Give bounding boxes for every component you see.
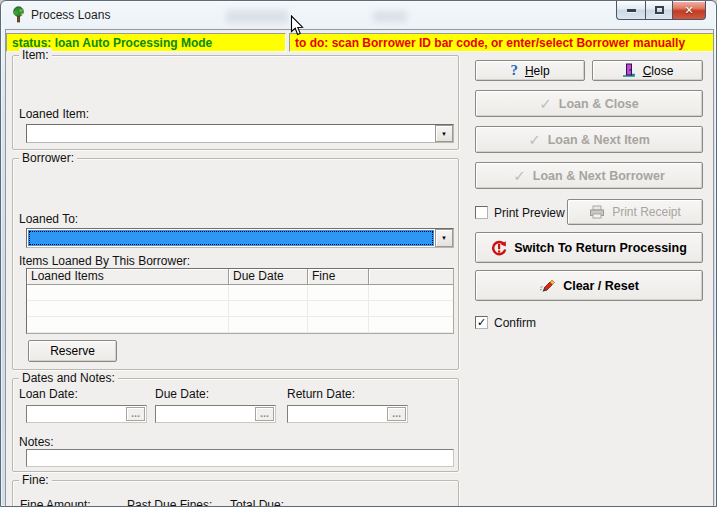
confirm-checkbox[interactable]: ✓ [475,316,488,329]
print-preview-label: Print Preview [494,206,565,220]
loaned-to-dropdown-button[interactable]: ▼ [435,229,453,247]
process-loans-window: Process Loans ✕ status: loan Auto Proces… [0,0,717,507]
chevron-down-icon: ▼ [441,235,447,241]
return-date-field[interactable]: ... [287,405,408,423]
client-area: status: loan Auto Processing Mode to do:… [5,29,714,507]
close-icon: ✕ [684,5,693,16]
loaned-item-value[interactable] [28,126,434,141]
loan-date-picker-button[interactable]: ... [126,407,145,421]
reserve-button[interactable]: Reserve [28,340,117,362]
help-button[interactable]: ? Help [475,60,585,81]
close-button[interactable]: Close [592,60,703,81]
loaned-item-dropdown-button[interactable]: ▼ [435,125,453,142]
column-header-fine[interactable]: Fine [308,269,369,285]
switch-refresh-icon [491,240,507,256]
todo-panel: to do: scan Borrower ID bar code, or ent… [289,33,714,52]
column-header-loaned-items[interactable]: Loaned Items [27,269,229,285]
caption-buttons: ✕ [616,1,706,20]
fine-amount-label: Fine Amount: [20,498,91,507]
minimize-icon [627,9,636,12]
maximize-icon [655,6,664,14]
loan-date-label: Loan Date: [19,387,78,401]
window-title: Process Loans [31,8,110,22]
close-window-button[interactable]: ✕ [673,1,706,20]
due-date-picker-button[interactable]: ... [255,407,274,421]
checkmark-icon: ✓ [477,317,486,328]
column-header-due-date[interactable]: Due Date [229,269,308,285]
loaned-to-value[interactable] [28,230,434,246]
glass-smudge [373,11,407,22]
fine-group-title: Fine: [19,473,52,487]
help-icon: ? [510,63,518,78]
minimize-button[interactable] [616,1,645,20]
item-group-title: Item: [19,48,52,62]
past-due-fines-label: Past Due Fines: [127,498,212,507]
notes-label: Notes: [19,435,54,449]
loan-and-next-borrower-button[interactable]: ✓ Loan & Next Borrower [475,162,703,189]
title-bar[interactable]: Process Loans ✕ [1,1,716,29]
loaned-to-combobox[interactable]: ▼ [26,228,454,248]
check-icon: ✓ [528,132,541,147]
printer-icon [589,205,605,219]
return-date-label: Return Date: [287,387,355,401]
eraser-pencil-icon [539,277,556,294]
check-icon: ✓ [539,96,552,111]
loaned-item-label: Loaned Item: [19,107,89,121]
exit-door-icon [622,63,636,78]
table-row [27,285,453,301]
notes-field[interactable] [26,449,454,467]
return-date-picker-button[interactable]: ... [387,407,406,421]
print-preview-checkbox[interactable] [475,206,488,219]
items-loaned-table[interactable]: Loaned Items Due Date Fine [26,268,454,334]
due-date-field[interactable]: ... [155,405,276,423]
total-due-label: Total Due: [230,498,284,507]
maximize-button[interactable] [645,1,673,20]
due-date-label: Due Date: [155,387,209,401]
mouse-cursor [290,15,304,37]
check-icon: ✓ [513,168,526,183]
items-loaned-label: Items Loaned By This Borrower: [19,254,190,268]
print-receipt-button[interactable]: Print Receipt [567,199,703,225]
dates-notes-group-title: Dates and Notes: [19,371,118,385]
switch-to-return-processing-button[interactable]: Switch To Return Processing [475,232,703,263]
loan-and-close-button[interactable]: ✓ Loan & Close [475,90,703,117]
chevron-down-icon: ▼ [441,131,447,137]
loaned-item-combobox[interactable]: ▼ [26,124,454,143]
confirm-label: Confirm [494,316,536,330]
loan-and-next-item-button[interactable]: ✓ Loan & Next Item [475,126,703,153]
table-header-row: Loaned Items Due Date Fine [27,269,453,285]
clear-reset-button[interactable]: Clear / Reset [475,270,703,301]
column-header-blank[interactable] [369,269,453,285]
borrower-group-title: Borrower: [19,151,77,165]
app-tree-icon [10,6,27,23]
glass-smudge [226,10,288,23]
loan-date-field[interactable]: ... [26,405,147,423]
table-row [27,317,453,333]
loaned-to-label: Loaned To: [19,212,78,226]
table-row [27,301,453,317]
todo-text: to do: scan Borrower ID bar code, or ent… [295,36,685,50]
